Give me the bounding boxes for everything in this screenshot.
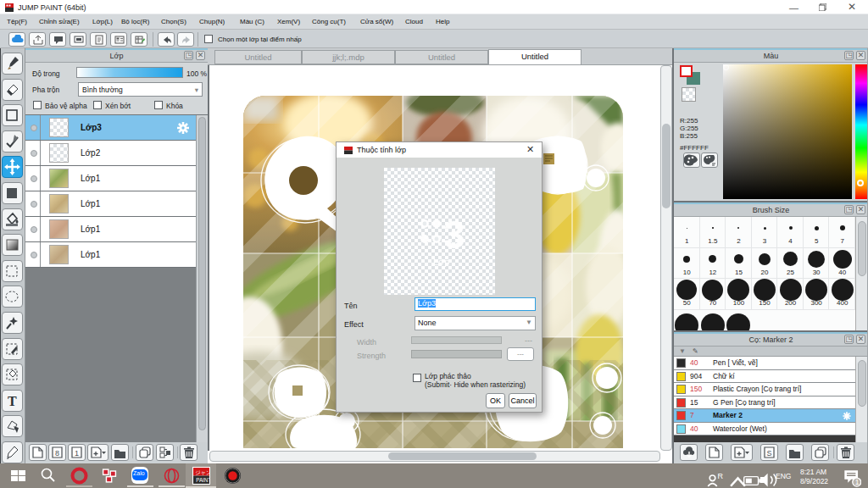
svg-text:PAINT: PAINT xyxy=(196,477,210,483)
svg-text:ジャンプ: ジャンプ xyxy=(195,469,210,475)
svg-text:3: 3 xyxy=(443,213,465,257)
svg-text:Lớp: Lớp xyxy=(433,257,449,267)
svg-text:T: T xyxy=(8,394,17,408)
svg-text:1: 1 xyxy=(75,449,79,458)
svg-text:1: 1 xyxy=(855,478,860,486)
svg-text:8: 8 xyxy=(55,449,59,458)
svg-text:R: R xyxy=(718,472,724,480)
svg-text:S: S xyxy=(767,449,772,458)
